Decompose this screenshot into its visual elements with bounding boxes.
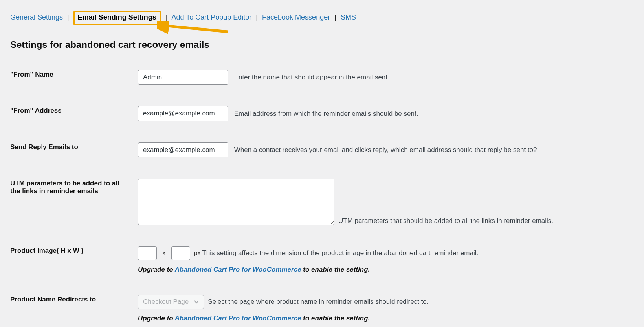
product-redirect-label: Product Name Redirects to [10, 286, 138, 327]
tab-separator: | [256, 13, 258, 21]
product-redirect-upgrade: Upgrade to Abandoned Cart Pro for WooCom… [138, 314, 634, 322]
product-image-upgrade: Upgrade to Abandoned Cart Pro for WooCom… [138, 266, 634, 274]
product-redirect-value: Checkout Page [143, 298, 189, 306]
tab-separator: | [166, 13, 168, 21]
utm-params-label: UTM parameters to be added to all the li… [10, 170, 138, 237]
tab-email-sending-settings[interactable]: Email Sending Settings [78, 13, 156, 21]
upgrade-pre: Upgrade to [138, 314, 175, 322]
from-name-help: Enter the name that should appear in the… [234, 73, 389, 81]
upgrade-pre: Upgrade to [138, 266, 175, 273]
product-redirect-select: Checkout Page [138, 295, 204, 309]
reply-to-label: Send Reply Emails to [10, 134, 138, 170]
from-name-label: "From" Name [10, 61, 138, 97]
product-redirect-help: Select the page where product name in re… [208, 298, 428, 306]
tab-nav: General Settings | Email Sending Setting… [10, 11, 634, 25]
product-image-height-input [138, 246, 157, 260]
reply-to-input[interactable] [138, 142, 228, 157]
utm-params-help: UTM parameters that should be added to a… [338, 217, 553, 225]
tab-add-to-cart-popup[interactable]: Add To Cart Popup Editor [172, 13, 252, 21]
utm-params-textarea[interactable] [138, 179, 334, 225]
annotation-arrow [157, 21, 244, 37]
settings-form: "From" Name Enter the name that should a… [10, 61, 634, 327]
from-address-input[interactable] [138, 106, 228, 121]
tab-highlight: Email Sending Settings [73, 11, 161, 25]
upgrade-link[interactable]: Abandoned Cart Pro for WooCommerce [175, 314, 301, 322]
settings-page: General Settings | Email Sending Setting… [0, 0, 644, 327]
chevron-down-icon [193, 299, 200, 305]
product-image-label: Product Image( H x W ) [10, 237, 138, 286]
product-image-width-input [171, 246, 190, 260]
tab-sms[interactable]: SMS [341, 13, 356, 21]
tab-facebook-messenger[interactable]: Facebook Messenger [262, 13, 330, 21]
reply-to-help: When a contact receives your email and c… [234, 146, 537, 153]
svg-line-1 [163, 26, 228, 32]
product-image-help: This setting affects the dimension of th… [202, 249, 478, 257]
from-address-help: Email address from which the reminder em… [234, 110, 418, 117]
from-address-label: "From" Address [10, 97, 138, 133]
upgrade-post: to enable the setting. [301, 266, 370, 273]
page-title: Settings for abandoned cart recovery ema… [10, 39, 634, 50]
tab-separator: | [67, 13, 69, 21]
dimension-separator: x [162, 249, 166, 257]
px-label: px [194, 250, 201, 257]
from-name-input[interactable] [138, 70, 228, 85]
upgrade-link[interactable]: Abandoned Cart Pro for WooCommerce [175, 266, 301, 273]
upgrade-post: to enable the setting. [301, 314, 370, 322]
tab-general-settings[interactable]: General Settings [10, 13, 63, 21]
tab-separator: | [334, 13, 336, 21]
